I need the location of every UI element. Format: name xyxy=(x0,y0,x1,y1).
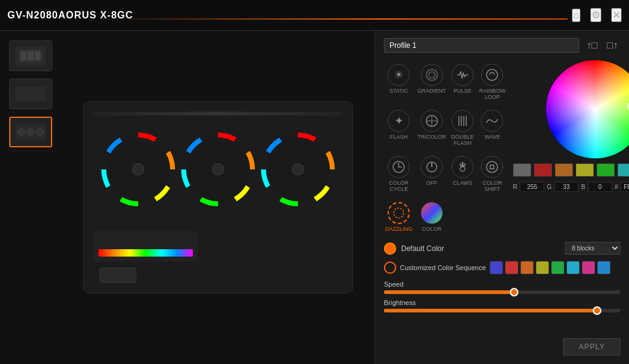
mode-double-flash-icon xyxy=(451,110,474,132)
r-label: R xyxy=(513,184,517,190)
import-button[interactable]: ↑□ xyxy=(584,39,600,52)
default-color-label: Default Color xyxy=(401,244,560,253)
custom-seq-circle xyxy=(384,261,396,274)
seq-block-1[interactable] xyxy=(490,261,503,274)
profile-row: Profile 1 ↑□ □↑ xyxy=(384,38,620,53)
fan-2-center xyxy=(212,163,224,176)
mode-claws-icon xyxy=(451,156,474,178)
swatch-1[interactable] xyxy=(534,163,552,177)
mode-gradient[interactable]: GRADIENT xyxy=(416,60,448,104)
sidebar-item-1[interactable] xyxy=(9,41,52,71)
default-color-row: Default Color 8 blocks xyxy=(384,242,620,255)
seq-block-6[interactable] xyxy=(566,261,580,274)
mode-static[interactable]: ☀ STATIC xyxy=(384,60,414,104)
g-input[interactable] xyxy=(554,182,579,192)
fan-1-center xyxy=(132,163,144,176)
mode-gradient-label: GRADIENT xyxy=(418,88,447,94)
titlebar: GV-N2080AORUS X-8GC ⌂ ⚙ ✕ xyxy=(0,0,629,31)
mode-rainbow-loop-icon xyxy=(481,64,503,86)
svg-point-1 xyxy=(429,72,435,78)
speed-fill xyxy=(384,290,514,294)
mode-double-flash[interactable]: DOUBLE FLASH xyxy=(450,106,475,150)
mode-color-icon xyxy=(421,202,443,224)
sidebar-item-3[interactable] xyxy=(9,117,52,147)
seq-block-5[interactable] xyxy=(551,261,565,274)
seq-block-3[interactable] xyxy=(520,261,534,274)
seq-block-2[interactable] xyxy=(505,261,518,274)
modes-grid: ☀ STATIC GRADIENT PULSE xyxy=(384,60,507,236)
home-button[interactable]: ⌂ xyxy=(572,9,580,22)
svg-point-2 xyxy=(486,69,498,80)
g-label: G xyxy=(547,184,552,190)
export-button[interactable]: □↑ xyxy=(604,39,620,52)
seq-block-7[interactable] xyxy=(582,261,595,274)
default-color-circle[interactable] xyxy=(384,242,396,255)
gpu-card xyxy=(83,101,353,293)
swatches-row xyxy=(513,163,629,177)
speed-track[interactable] xyxy=(384,290,620,294)
color-col: R G B # xyxy=(513,60,629,242)
svg-point-10 xyxy=(486,161,498,172)
mode-rainbow-loop[interactable]: RAINBOW LOOP xyxy=(478,60,507,104)
sidebar-item-2[interactable] xyxy=(9,79,52,109)
mode-tricolor[interactable]: TRICOLOR xyxy=(416,106,448,150)
color-wheel-container xyxy=(513,60,629,158)
brightness-section: Brightness xyxy=(384,299,620,312)
close-button[interactable]: ✕ xyxy=(611,8,622,22)
mode-off-icon xyxy=(421,156,443,178)
mode-color-shift[interactable]: COLOR SHIFT xyxy=(478,152,507,196)
b-label: B xyxy=(581,184,585,190)
fan-2 xyxy=(181,133,255,206)
apply-button[interactable]: APPLY xyxy=(563,338,620,355)
speed-section: Speed xyxy=(384,281,620,294)
deco-line xyxy=(98,18,568,20)
swatch-2[interactable] xyxy=(555,163,573,177)
rgb-row: R G B # xyxy=(513,182,629,192)
mode-color-shift-label: COLOR SHIFT xyxy=(479,180,506,192)
mode-gradient-icon xyxy=(421,64,443,86)
mode-color-cycle-icon xyxy=(388,156,410,178)
mode-dazzling[interactable]: DAZZLING xyxy=(384,198,414,236)
speed-label: Speed xyxy=(384,281,620,288)
mode-wave[interactable]: WAVE xyxy=(478,106,507,150)
blocks-select[interactable]: 8 blocks xyxy=(565,242,620,255)
mode-wave-label: WAVE xyxy=(485,134,501,140)
settings-button[interactable]: ⚙ xyxy=(590,8,601,22)
brightness-label: Brightness xyxy=(384,299,620,306)
mode-color-cycle-label: COLOR CYCLE xyxy=(385,180,413,192)
right-top: ☀ STATIC GRADIENT PULSE xyxy=(384,60,620,242)
hash-label: # xyxy=(615,184,619,190)
mode-wave-icon xyxy=(481,110,503,132)
mode-color-placeholder[interactable]: COLOR xyxy=(416,198,448,236)
mode-tricolor-icon xyxy=(421,110,443,132)
mode-flash-label: FLASH xyxy=(390,134,408,140)
seq-block-4[interactable] xyxy=(536,261,549,274)
brightness-thumb[interactable] xyxy=(593,306,601,315)
swatch-4[interactable] xyxy=(596,163,615,177)
hex-input[interactable] xyxy=(620,182,629,192)
mode-color-label: COLOR xyxy=(422,226,442,232)
mode-flash[interactable]: ✦ FLASH xyxy=(384,106,414,150)
custom-seq-row: Customized Color Sequence xyxy=(384,261,620,274)
color-wheel[interactable] xyxy=(546,60,629,158)
sidebar xyxy=(0,31,61,364)
mode-pulse-label: PULSE xyxy=(453,88,472,94)
profile-select[interactable]: Profile 1 xyxy=(384,38,579,53)
mode-double-flash-label: DOUBLE FLASH xyxy=(451,134,474,146)
swatch-0[interactable] xyxy=(513,163,531,177)
r-input[interactable] xyxy=(520,182,544,192)
speed-thumb[interactable] xyxy=(510,288,518,296)
swatch-5[interactable] xyxy=(617,163,629,177)
seq-block-8[interactable] xyxy=(597,261,611,274)
seq-blocks xyxy=(490,261,611,274)
mode-pulse[interactable]: PULSE xyxy=(450,60,475,104)
fan-1-inner xyxy=(106,137,170,201)
gpu-bar-left xyxy=(93,231,198,261)
brightness-track[interactable] xyxy=(384,309,620,312)
main-display xyxy=(61,31,375,364)
mode-claws[interactable]: CLAWS xyxy=(450,152,475,196)
mode-color-cycle[interactable]: COLOR CYCLE xyxy=(384,152,414,196)
b-input[interactable] xyxy=(588,182,612,192)
swatch-3[interactable] xyxy=(576,163,594,177)
mode-off[interactable]: OFF xyxy=(416,152,448,196)
